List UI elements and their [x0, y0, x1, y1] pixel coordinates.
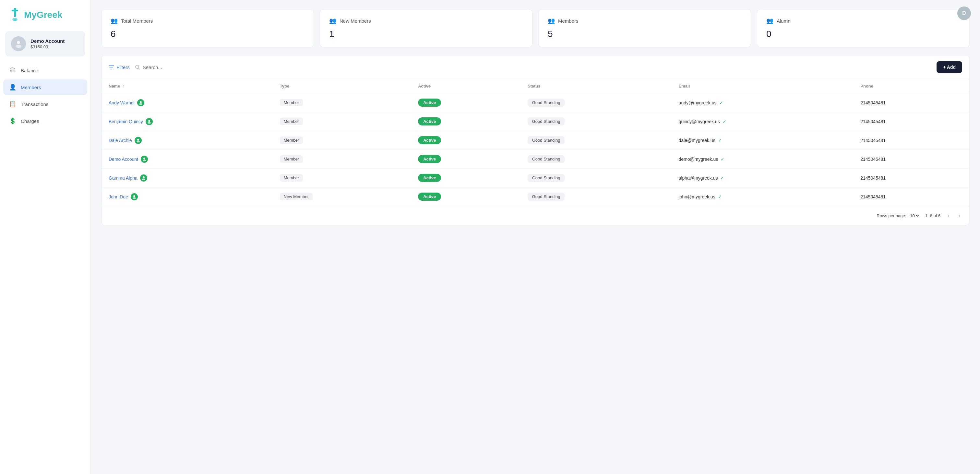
table-row: Andy Warhol Member Active Good Standing … [102, 93, 969, 112]
svg-point-12 [137, 139, 139, 141]
account-avatar [11, 36, 26, 51]
stats-row: 👥 Total Members 6 👥 New Members 1 👥 Memb… [101, 9, 970, 47]
group-icon-new: 👥 [329, 17, 336, 24]
svg-point-13 [137, 141, 140, 142]
svg-point-3 [14, 19, 16, 21]
rows-per-page: Rows per page: 10 25 50 [877, 213, 920, 218]
cell-email: quincy@mygreek.us ✓ [671, 112, 854, 131]
member-avatar-icon [137, 99, 144, 107]
account-name: Demo Account [30, 38, 65, 44]
stat-label-members: Members [558, 18, 579, 24]
svg-point-14 [143, 157, 145, 159]
table-row: Benjamin Quincy Member Active Good Stand… [102, 112, 969, 131]
stat-label-new-members: New Members [339, 18, 371, 24]
rows-per-page-select[interactable]: 10 25 50 [908, 213, 920, 218]
member-name-link[interactable]: Benjamin Quincy [109, 119, 143, 124]
sidebar-item-transactions[interactable]: 📋 Transactions [3, 96, 87, 112]
email-verified-icon: ✓ [718, 138, 722, 143]
cell-type: Member [273, 93, 411, 112]
cell-email: andy@mygreek.us ✓ [671, 93, 854, 112]
cell-email: john@mygreek.us ✓ [671, 188, 854, 206]
cell-status: Good Standing [520, 169, 671, 188]
cell-phone: 2145045481 [853, 131, 969, 150]
user-avatar-button[interactable]: D [957, 6, 971, 20]
status-badge: Good Standing [528, 155, 565, 163]
sidebar-item-balance[interactable]: 🏛 Balance [3, 63, 87, 78]
cell-type: Member [273, 169, 411, 188]
member-name-link[interactable]: John Doe [109, 194, 128, 199]
col-header-status: Status [520, 79, 671, 93]
col-header-email: Email [671, 79, 854, 93]
svg-point-19 [133, 197, 136, 199]
stat-card-total-members-header: 👥 Total Members [111, 17, 304, 24]
col-header-active: Active [411, 79, 520, 93]
cell-phone: 2145045481 [853, 150, 969, 169]
members-table: Name ↑ Type Active Status Email Phone An… [102, 79, 969, 206]
next-page-button[interactable]: › [957, 212, 962, 220]
status-badge: Good Standing [528, 118, 565, 126]
status-badge: Good Standing [528, 174, 565, 182]
member-avatar-icon [131, 193, 138, 200]
sidebar-item-members[interactable]: 👤 Members [3, 80, 87, 95]
member-name-link[interactable]: Dale Archie [109, 138, 132, 143]
member-name-link[interactable]: Andy Warhol [109, 100, 135, 105]
type-badge: Member [280, 155, 303, 163]
sidebar-item-members-label: Members [21, 84, 41, 90]
cell-type: Member [273, 112, 411, 131]
stat-label-alumni: Alumni [777, 18, 792, 24]
svg-point-18 [133, 195, 135, 197]
cell-phone: 2145045481 [853, 93, 969, 112]
type-badge: Member [280, 99, 303, 107]
nav-menu: 🏛 Balance 👤 Members 📋 Transactions 💲 Cha… [0, 63, 91, 129]
table-toolbar: Filters + Add [102, 56, 969, 79]
cell-status: Good Standing [520, 93, 671, 112]
page-info: 1–6 of 6 [925, 213, 940, 218]
member-name-link[interactable]: Demo Account [109, 157, 138, 162]
table-row: Gamma Alpha Member Active Good Standing … [102, 169, 969, 188]
cell-active: Active [411, 188, 520, 206]
member-avatar-icon [140, 175, 147, 181]
stat-card-members-header: 👥 Members [548, 17, 741, 24]
search-input[interactable] [143, 65, 931, 70]
prev-page-button[interactable]: ‹ [946, 212, 951, 220]
stat-value-alumni: 0 [766, 29, 960, 39]
cell-type: New Member [273, 188, 411, 206]
sidebar-item-charges[interactable]: 💲 Charges [3, 113, 87, 129]
stat-value-new-members: 1 [329, 29, 523, 39]
members-table-card: Filters + Add Name ↑ Type Active [101, 55, 970, 225]
cell-email: dale@mygreek.us ✓ [671, 131, 854, 150]
account-balance: $3150.00 [30, 45, 65, 49]
app-name: MyGreek [24, 10, 62, 20]
table-row: John Doe New Member Active Good Standing… [102, 188, 969, 206]
account-info: Demo Account $3150.00 [30, 38, 65, 49]
account-card[interactable]: Demo Account $3150.00 [5, 31, 85, 56]
member-avatar-icon [146, 118, 153, 125]
transactions-icon: 📋 [9, 100, 16, 108]
svg-point-8 [140, 101, 142, 103]
svg-point-5 [16, 45, 21, 48]
cell-phone: 2145045481 [853, 169, 969, 188]
filters-button[interactable]: Filters [109, 65, 130, 70]
email-value: demo@mygreek.us [679, 157, 718, 162]
svg-point-11 [148, 122, 151, 124]
sidebar-item-charges-label: Charges [21, 118, 39, 124]
group-icon-members: 👥 [548, 17, 555, 24]
stat-card-alumni-header: 👥 Alumni [766, 17, 960, 24]
status-badge: Good Standing [528, 99, 565, 107]
svg-point-17 [142, 178, 145, 180]
col-header-name: Name ↑ [102, 79, 273, 93]
cell-email: alpha@mygreek.us ✓ [671, 169, 854, 188]
rows-per-page-label: Rows per page: [877, 213, 906, 218]
cell-status: Good Standing [520, 150, 671, 169]
cell-active: Active [411, 150, 520, 169]
col-header-phone: Phone [853, 79, 969, 93]
status-badge: Good Standing [528, 136, 565, 144]
member-name-link[interactable]: Gamma Alpha [109, 175, 137, 181]
add-button[interactable]: + Add [937, 61, 962, 73]
stat-card-total-members: 👥 Total Members 6 [101, 9, 314, 47]
email-verified-icon: ✓ [720, 175, 724, 181]
cell-name: Demo Account [102, 150, 273, 169]
svg-line-7 [138, 68, 140, 69]
sort-icon-name: ↑ [123, 84, 124, 89]
type-badge: Member [280, 137, 303, 144]
